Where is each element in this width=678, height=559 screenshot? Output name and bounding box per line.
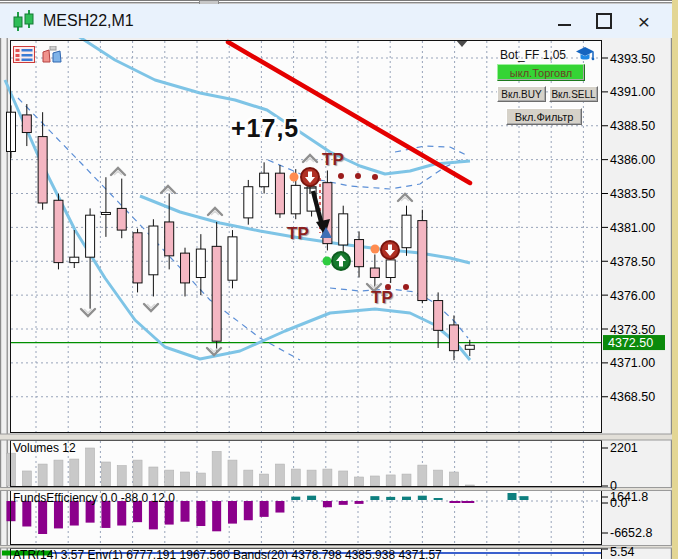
candle [449, 325, 458, 351]
volume-bar [465, 485, 474, 486]
efficiency-bar-positive [520, 496, 529, 500]
candle [370, 268, 379, 277]
volume-bar [101, 462, 110, 486]
volume-bar [244, 470, 253, 486]
efficiency-bar-negative [355, 501, 364, 504]
efficiency-bar-negative [260, 501, 269, 517]
volume-bar [323, 469, 332, 486]
volume-bar [149, 467, 158, 486]
candle [101, 212, 110, 214]
volume-bar [402, 474, 411, 486]
minimize-button[interactable] [544, 7, 584, 35]
sell-arrow [308, 172, 312, 178]
objects-icon[interactable] [41, 46, 63, 63]
candle [196, 249, 205, 277]
efficiency-bar-negative [339, 501, 348, 505]
candle [339, 214, 348, 245]
chart-toolbar [13, 46, 63, 63]
price-tick-label: 4388.50 [610, 119, 655, 133]
candle [165, 222, 174, 256]
current-price-label: 4372.50 [608, 336, 653, 350]
efficiency-bar-negative [38, 501, 47, 534]
right-frame-line [671, 38, 672, 559]
volumes-pane-label: Volumes 12 [13, 441, 76, 455]
efficiency-bar-negative [462, 501, 471, 503]
profit-label: +17,5 [231, 114, 299, 143]
candle [38, 137, 47, 203]
volume-bar [70, 459, 79, 486]
price-tick-label: 4381.00 [610, 221, 655, 235]
bot-name-label: Bot_FF 1,05 [500, 48, 566, 62]
volumes-pane-bg [10, 440, 602, 487]
price-tick-label: 4393.50 [610, 52, 655, 66]
price-tick-label: 4383.50 [610, 187, 655, 201]
volume-bar [291, 469, 300, 486]
efficiency-bar-positive [434, 498, 443, 500]
candle [386, 260, 395, 278]
volume-bar [355, 477, 364, 486]
darkred-dot [372, 174, 378, 180]
efficiency-bar-negative [149, 501, 158, 529]
darkred-dot [403, 284, 409, 290]
sell-arrow [388, 245, 392, 251]
efficiency-bar-negative [212, 501, 221, 531]
volume-bar [133, 460, 142, 486]
orange-dot [371, 245, 380, 254]
toggle-buy-button[interactable]: Вкл.BUY [497, 86, 546, 102]
atr-pane-label: ATR(14) 3.57 Env(1) 6777.191 1967.560 Ba… [13, 548, 442, 559]
efficiency-bar-positive [370, 496, 379, 500]
efficiency-bar-negative [196, 501, 205, 526]
candle [117, 208, 126, 230]
toggle-filter-button[interactable]: Вкл.Фильтр [506, 108, 582, 125]
volume-bar [339, 471, 348, 486]
take-profit-label: TP [371, 288, 393, 308]
candle [275, 173, 284, 214]
candle [70, 257, 79, 262]
volume-bar [212, 451, 221, 486]
maximize-icon [596, 13, 612, 29]
candle [465, 345, 474, 349]
volume-bar [165, 470, 174, 486]
efficiency-bar-negative [54, 501, 63, 528]
toggle-sell-button[interactable]: Вкл.SELL [549, 86, 598, 102]
close-icon: × [638, 11, 650, 32]
efficiency-tick-label: -6652.8 [610, 526, 652, 540]
efficiency-bar-negative [452, 501, 461, 503]
candle [212, 246, 221, 341]
price-tick-label: 4373.50 [610, 323, 655, 337]
price-tick-label: 4378.50 [610, 255, 655, 269]
maximize-button[interactable] [584, 7, 624, 35]
candle [22, 115, 31, 133]
candle [228, 237, 237, 280]
terminal-window: MESH22,M1 × 4393.504391.004388.504386.00… [0, 0, 672, 559]
candle [149, 226, 158, 275]
price-tick-label: 4386.00 [610, 153, 655, 167]
volume-bar [434, 470, 443, 486]
efficiency-bar-negative [181, 501, 190, 522]
candle [260, 173, 269, 187]
efficiency-bar-negative [244, 501, 253, 520]
price-tick-label: 4371.00 [610, 356, 655, 370]
toggle-trading-button[interactable]: ыкл.Торговл [497, 64, 585, 81]
price-tick-label: 4391.00 [610, 85, 655, 99]
account-list-icon[interactable] [13, 46, 35, 63]
efficiency-bar-negative [101, 501, 110, 528]
candlestick-icon [12, 10, 36, 32]
buy-arrow [339, 261, 343, 267]
volume-bar [307, 470, 316, 486]
minimize-icon [558, 24, 571, 26]
graduation-cap-icon [575, 46, 595, 62]
efficiency-tick-label: 0.0 [610, 496, 627, 510]
candle [86, 215, 95, 257]
volume-bar [117, 466, 126, 486]
volume-bar [370, 476, 379, 486]
left-frame-line [0, 38, 1, 559]
efficiency-bar-negative [275, 501, 284, 513]
window-controls: × [544, 7, 664, 35]
atr-tick-label: 5.54 [610, 545, 634, 559]
candle [54, 200, 63, 262]
volume-bar [22, 471, 31, 486]
efficiency-bar-negative [228, 501, 237, 524]
close-button[interactable]: × [624, 7, 664, 35]
orange-dot [290, 173, 299, 182]
